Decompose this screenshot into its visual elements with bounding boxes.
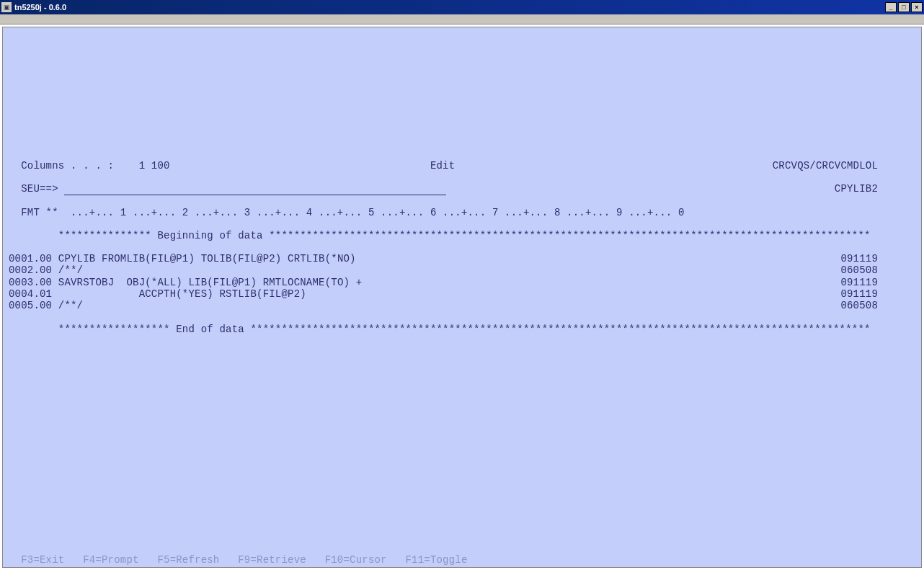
source-text[interactable]: CPYLIB FROMLIB(FIL@P1) TOLIB(FIL@P2) CRT…: [52, 253, 355, 264]
begin-of-data-marker: *************** Beginning of data ******…: [58, 230, 871, 241]
lib-member-path: CRCVQS/CRCVCMDLOL: [773, 160, 878, 172]
fmt-label: FMT **: [21, 207, 58, 218]
seu-command-input[interactable]: [64, 184, 446, 195]
terminal-screen[interactable]: Columns . . . : 1 100 EditCRCVQS/CRCVCMD…: [2, 27, 922, 568]
sequence-number[interactable]: 0004.01: [9, 288, 52, 300]
source-text[interactable]: /**/: [52, 300, 83, 311]
source-line[interactable]: 0002.00 /**/060508: [9, 264, 915, 276]
window-title: tn5250j - 0.6.0: [14, 3, 885, 12]
sequence-number[interactable]: 0003.00: [9, 277, 52, 288]
sequence-number[interactable]: 0005.00: [9, 300, 52, 311]
change-date: 060508: [840, 264, 878, 276]
source-line[interactable]: 0001.00 CPYLIB FROMLIB(FIL@P1) TOLIB(FIL…: [9, 253, 915, 264]
columns-value: 1 100: [139, 160, 170, 172]
change-date: 091119: [840, 277, 878, 288]
sequence-number[interactable]: 0001.00: [9, 253, 52, 264]
source-text[interactable]: SAVRSTOBJ OBJ(*ALL) LIB(FIL@P1) RMTLOCNA…: [52, 277, 362, 288]
source-text[interactable]: /**/: [52, 264, 83, 276]
fkeys-row-1: F3=Exit F4=Prompt F5=Refresh F9=Retrieve…: [21, 554, 467, 566]
change-date: 060508: [840, 300, 878, 311]
source-line[interactable]: 0004.01 ACCPTH(*YES) RSTLIB(FIL@P2)09111…: [9, 288, 915, 300]
edit-mode: Edit: [430, 160, 455, 172]
menu-bar[interactable]: [0, 14, 924, 25]
end-of-data-marker: ****************** End of data *********…: [58, 324, 871, 335]
app-icon: ▣: [1, 2, 12, 12]
columns-label: Columns . . . :: [21, 160, 114, 172]
window-titlebar: ▣ tn5250j - 0.6.0 _ □ ×: [0, 0, 924, 14]
seu-prompt-label: SEU==>: [21, 183, 58, 195]
minimize-button[interactable]: _: [885, 2, 897, 12]
close-button[interactable]: ×: [911, 2, 923, 12]
maximize-button[interactable]: □: [898, 2, 910, 12]
member-name: CPYLIB2: [835, 183, 878, 195]
source-line[interactable]: 0003.00 SAVRSTOBJ OBJ(*ALL) LIB(FIL@P1) …: [9, 277, 915, 288]
change-date: 091119: [840, 288, 878, 300]
column-ruler: ...+... 1 ...+... 2 ...+... 3 ...+... 4 …: [58, 207, 685, 218]
change-date: 091119: [840, 253, 878, 264]
source-line[interactable]: 0005.00 /**/060508: [9, 300, 915, 311]
source-text[interactable]: ACCPTH(*YES) RSTLIB(FIL@P2): [52, 288, 306, 300]
sequence-number[interactable]: 0002.00: [9, 264, 52, 276]
